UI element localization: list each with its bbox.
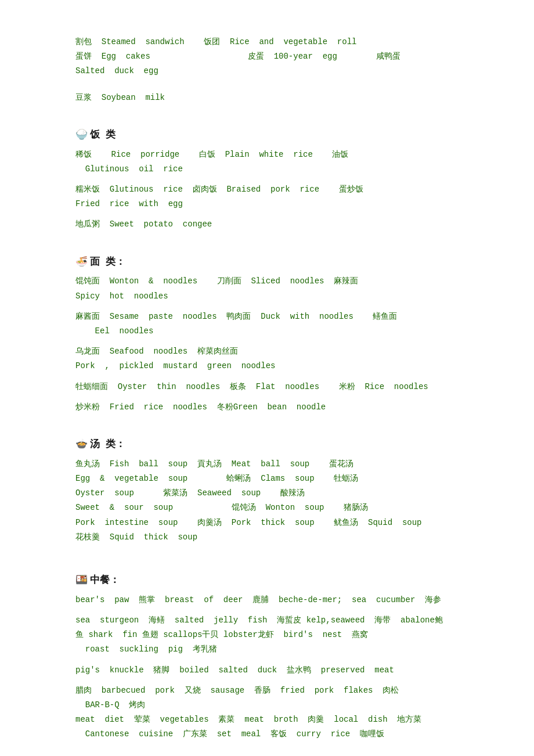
page-content: 割包 Steamed sandwich 饭团 Rice and vegetabl… bbox=[75, 35, 459, 742]
pig-knuckle-line: pig's knuckle 猪脚 boiled salted duck 盐水鸭 … bbox=[75, 663, 459, 678]
wonton-line-1: 馄饨面 Wonton & noodles 刀削面 Sliced noodles … bbox=[75, 274, 459, 289]
noodles-emoji: 🍜 bbox=[75, 254, 88, 271]
noodles-header-label: 面 类： bbox=[90, 254, 125, 271]
rice-section-header: 🍚饭 类 bbox=[75, 127, 459, 144]
udon-section: 乌龙面 Seafood noodles 榨菜肉丝面 Pork , pickled… bbox=[75, 344, 459, 373]
bbq-line-2: BAR-B-Q 烤肉 bbox=[75, 698, 459, 712]
oyster-noodles-section: 牡蛎细面 Oyster thin noodles 板条 Flat noodles… bbox=[75, 380, 459, 394]
oyster-noodle-line: 牡蛎细面 Oyster thin noodles 板条 Flat noodles… bbox=[75, 380, 459, 394]
seafood-line-1: sea sturgeon 海鳝 salted jelly fish 海蜇皮 ke… bbox=[75, 613, 459, 628]
pig-knuckle-section: pig's knuckle 猪脚 boiled salted duck 盐水鸭 … bbox=[75, 663, 459, 678]
glutinous-rice-section: 糯米饭 Glutinous rice 卤肉饭 Braised pork rice… bbox=[75, 182, 459, 211]
soup-line-2: Egg & vegetable soup 蛤蜊汤 Clams soup 牡蛎汤 bbox=[75, 471, 459, 486]
sweet-potato-line: 地瓜粥 Sweet potato congee bbox=[75, 217, 459, 232]
soup-line-6: 花枝羹 Squid thick soup bbox=[75, 530, 459, 545]
soup-section-header: 🍲汤 类： bbox=[75, 437, 459, 453]
soup-items-section: 鱼丸汤 Fish ball soup 貢丸汤 Meat ball soup 蛋花… bbox=[75, 457, 459, 545]
bear-paw-line: bear's paw 熊掌 breast of deer 鹿脯 beche-de… bbox=[75, 593, 459, 607]
soup-line-3: Oyster soup 紫菜汤 Seaweed soup 酸辣汤 bbox=[75, 486, 459, 501]
soup-line-1: 鱼丸汤 Fish ball soup 貢丸汤 Meat ball soup 蛋花… bbox=[75, 457, 459, 471]
udon-line-1: 乌龙面 Seafood noodles 榨菜肉丝面 bbox=[75, 344, 459, 359]
intro-line-3: Salted duck egg bbox=[75, 64, 459, 78]
glutinous-line-2: Fried rice with egg bbox=[75, 197, 459, 211]
wonton-noodles-section: 馄饨面 Wonton & noodles 刀削面 Sliced noodles … bbox=[75, 274, 459, 303]
bbq-line-1: 腊肉 barbecued pork 又烧 sausage 香肠 fried po… bbox=[75, 683, 459, 698]
udon-line-2: Pork , pickled mustard green noodles bbox=[75, 359, 459, 373]
chinese-header-label: 中餐： bbox=[90, 573, 120, 589]
soybean-section: 豆浆 Soybean milk bbox=[75, 91, 459, 105]
bbq-line-3: meat diet 荤菜 vegetables 素菜 meat broth 肉羹… bbox=[75, 712, 459, 727]
sesame-line-1: 麻酱面 Sesame paste noodles 鸭肉面 Duck with n… bbox=[75, 309, 459, 324]
chinese-section-header: 🍱中餐： bbox=[75, 573, 459, 589]
bear-paw-section: bear's paw 熊掌 breast of deer 鹿脯 beche-de… bbox=[75, 593, 459, 607]
soup-line-4: Sweet & sour soup 馄饨汤 Wonton soup 猪肠汤 bbox=[75, 501, 459, 515]
bbq-section: 腊肉 barbecued pork 又烧 sausage 香肠 fried po… bbox=[75, 683, 459, 742]
glutinous-line-1: 糯米饭 Glutinous rice 卤肉饭 Braised pork rice… bbox=[75, 182, 459, 197]
soup-emoji: 🍲 bbox=[75, 437, 88, 453]
noodles-section-header: 🍜面 类： bbox=[75, 254, 459, 271]
fried-noodles-section: 炒米粉 Fried rice noodles 冬粉Green bean nood… bbox=[75, 400, 459, 415]
wonton-line-2: Spicy hot noodles bbox=[75, 289, 459, 304]
intro-line-2: 蛋饼 Egg cakes 皮蛋 100-year egg 咸鸭蛋 bbox=[75, 49, 459, 64]
soybean-line: 豆浆 Soybean milk bbox=[75, 91, 459, 105]
intro-line-1: 割包 Steamed sandwich 饭团 Rice and vegetabl… bbox=[75, 35, 459, 49]
sesame-noodles-section: 麻酱面 Sesame paste noodles 鸭肉面 Duck with n… bbox=[75, 309, 459, 339]
soup-header-label: 汤 类： bbox=[90, 437, 125, 453]
seafood-section: sea sturgeon 海鳝 salted jelly fish 海蜇皮 ke… bbox=[75, 613, 459, 657]
bbq-line-4: Cantonese cuisine 广东菜 set meal 客饭 curry … bbox=[75, 727, 459, 741]
sesame-line-2: Eel noodles bbox=[75, 324, 459, 339]
rice-emoji: 🍚 bbox=[75, 127, 88, 144]
rice-porridge-line: 稀饭 Rice porridge 白饭 Plain white rice 油饭 … bbox=[75, 147, 459, 177]
intro-section: 割包 Steamed sandwich 饭团 Rice and vegetabl… bbox=[75, 35, 459, 79]
rice-line-1: 稀饭 Rice porridge 白饭 Plain white rice 油饭 bbox=[75, 147, 459, 162]
rice-line-2: Glutinous oil rice bbox=[75, 162, 459, 177]
sweet-potato-section: 地瓜粥 Sweet potato congee bbox=[75, 217, 459, 232]
fried-noodle-line: 炒米粉 Fried rice noodles 冬粉Green bean nood… bbox=[75, 400, 459, 415]
chinese-emoji: 🍱 bbox=[75, 573, 88, 589]
seafood-line-3: roast suckling pig 考乳猪 bbox=[75, 642, 459, 657]
rice-header-label: 饭 类 bbox=[90, 127, 116, 144]
seafood-line-2: 鱼 shark fin 鱼翅 scallops干贝 lobster龙虾 bird… bbox=[75, 628, 459, 642]
soup-line-5: Pork intestine soup 肉羹汤 Pork thick soup … bbox=[75, 516, 459, 530]
